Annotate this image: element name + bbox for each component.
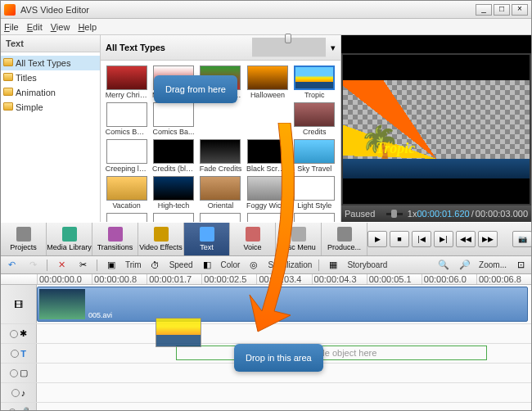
visibility-toggle[interactable]	[11, 350, 19, 358]
gallery-item[interactable]: Merry Christ...	[104, 65, 149, 99]
tree-item-titles[interactable]: Titles	[1, 70, 100, 85]
zoom-out-button[interactable]: 🔍	[436, 259, 451, 272]
audio-track[interactable]: ♪	[1, 383, 531, 403]
gallery-thumb	[294, 65, 335, 90]
maximize-button[interactable]: □	[494, 4, 510, 16]
preview-text-label: Tropic	[376, 140, 415, 157]
text-dropzone[interactable]: Drop a title object here	[176, 346, 487, 360]
undo-button[interactable]: ↶	[4, 259, 19, 272]
visibility-toggle[interactable]	[10, 330, 18, 338]
gallery-item[interactable]: Text	[292, 213, 337, 222]
gallery-item[interactable]: Credits (black)	[151, 139, 196, 173]
gallery-thumb	[247, 139, 288, 164]
trim-icon[interactable]: ▣	[104, 259, 119, 272]
prev-frame-button[interactable]: |◀	[412, 231, 431, 247]
gallery-thumb: Text	[153, 213, 194, 222]
forward-button[interactable]: ▶▶	[478, 231, 498, 247]
tool-voice[interactable]: Voice	[230, 223, 276, 255]
tool-disc-menu[interactable]: Disc Menu	[276, 223, 322, 255]
time-current: 00:00:01.620	[417, 209, 469, 219]
media-library-icon	[62, 227, 77, 242]
menu-edit[interactable]: Edit	[27, 22, 43, 32]
preview-panel: 🌴 Tropic Paused 1x 00:00:01.620 / 00:00:…	[341, 35, 531, 222]
zoom-in-button[interactable]: 🔎	[458, 259, 472, 272]
gallery-item[interactable]: Text	[198, 213, 243, 222]
tree-item-simple[interactable]: Simple	[1, 100, 100, 115]
gallery-label: Merry Christ...	[106, 91, 148, 99]
folder-icon	[3, 73, 13, 81]
gallery-label: Credits (black)	[152, 165, 195, 173]
rewind-button[interactable]: ◀◀	[456, 231, 476, 247]
tool-text[interactable]: Text	[184, 223, 230, 255]
storyboard-label[interactable]: Storyboard	[347, 260, 387, 269]
delete-button[interactable]: ✕	[54, 259, 69, 272]
gallery-item[interactable]: Foggy Wick...	[245, 176, 290, 210]
gallery-item[interactable]: Text	[245, 213, 290, 222]
gallery-label: Vacation	[106, 201, 148, 210]
gallery-item[interactable]: Fade Credits	[198, 139, 243, 173]
fit-button[interactable]: ⊡	[513, 259, 528, 272]
visibility-toggle[interactable]	[11, 389, 20, 397]
gallery-item[interactable]: Creeping line	[104, 139, 149, 173]
snapshot-button[interactable]: 📷	[512, 231, 532, 247]
play-button[interactable]: ▶	[367, 231, 387, 247]
tree-item-animation[interactable]: Animation	[1, 85, 100, 100]
stabilization-icon[interactable]: ◎	[246, 259, 261, 272]
visibility-toggle[interactable]	[10, 369, 18, 377]
trim-label[interactable]: Trim	[125, 260, 142, 269]
gallery-label: Black Screen...	[246, 165, 289, 173]
speed-slider[interactable]	[386, 213, 403, 215]
close-button[interactable]: ×	[512, 4, 528, 16]
speed-icon[interactable]: ⏱	[148, 259, 163, 272]
gallery-label: Halloween	[246, 91, 289, 99]
gallery-item[interactable]: Halloween	[245, 65, 290, 99]
tool-transitions[interactable]: Transitions	[92, 223, 138, 255]
zoom-label[interactable]: Zoom...	[479, 260, 507, 269]
tree-item-all[interactable]: All Text Types	[1, 56, 100, 70]
time-ruler[interactable]: 00:00:00.000:00:00.800:00:01.700:00:02.5…	[1, 274, 531, 285]
redo-button[interactable]: ↷	[25, 259, 40, 272]
video-clip[interactable]: 005.avi	[37, 287, 528, 322]
ruler-tick: 00:00:03.4	[256, 274, 311, 284]
effects-track[interactable]: ✱	[1, 324, 531, 344]
stabilization-label[interactable]: Stabilization	[268, 260, 312, 269]
tool-media-library[interactable]: Media Library	[47, 223, 92, 255]
gallery-item[interactable]: Light Style	[292, 176, 337, 210]
tool-produce-[interactable]: Produce...	[322, 223, 367, 255]
gallery-item[interactable]: Comics Ba...	[151, 102, 196, 136]
gallery-item[interactable]: Oriental	[198, 176, 243, 210]
storyboard-icon[interactable]: ▦	[326, 259, 340, 272]
gallery-item[interactable]: Sky Travel	[292, 139, 337, 173]
stop-button[interactable]: ■	[390, 231, 409, 247]
visibility-toggle[interactable]	[8, 409, 16, 411]
speed-label[interactable]: Speed	[169, 260, 193, 269]
gallery-item[interactable]: Comics Ballo...	[104, 102, 149, 136]
video-track[interactable]: 🎞 005.avi	[1, 285, 531, 324]
gallery-item[interactable]: Vacation	[104, 176, 149, 210]
gallery-item[interactable]: Text	[104, 213, 149, 222]
gallery-item[interactable]: Credits	[292, 102, 337, 136]
color-icon[interactable]: ◧	[200, 259, 214, 272]
tool-video-effects[interactable]: Video Effects	[138, 223, 184, 255]
split-button[interactable]: ✂	[75, 259, 90, 272]
gallery-panel: All Text Types ▾ Merry Christ...Merry Ch…	[101, 35, 341, 222]
next-frame-button[interactable]: ▶|	[434, 231, 453, 247]
minimize-button[interactable]: _	[476, 4, 492, 16]
gallery-thumb	[294, 176, 335, 201]
menu-view[interactable]: View	[51, 22, 70, 32]
gallery-item[interactable]: High-tech	[151, 176, 196, 210]
gallery-item[interactable]: Text	[151, 213, 196, 222]
text-icon: T	[20, 349, 26, 359]
menu-file[interactable]: File	[4, 22, 19, 32]
drag-ghost	[156, 318, 201, 347]
thumb-size-slider[interactable]	[170, 38, 326, 57]
menu-help[interactable]: Help	[78, 22, 97, 32]
gallery-menu-icon[interactable]: ▾	[331, 43, 336, 53]
category-panel: Text All Text Types Titles Animation Sim…	[1, 35, 101, 222]
gallery-thumb: Text	[294, 213, 335, 222]
color-label[interactable]: Color	[221, 260, 241, 269]
audio-track-2[interactable]: 🎤	[1, 403, 531, 410]
gallery-item[interactable]: Tropic	[292, 65, 337, 99]
tool-projects[interactable]: Projects	[1, 223, 47, 255]
gallery-item[interactable]: Black Screen...	[245, 139, 290, 173]
